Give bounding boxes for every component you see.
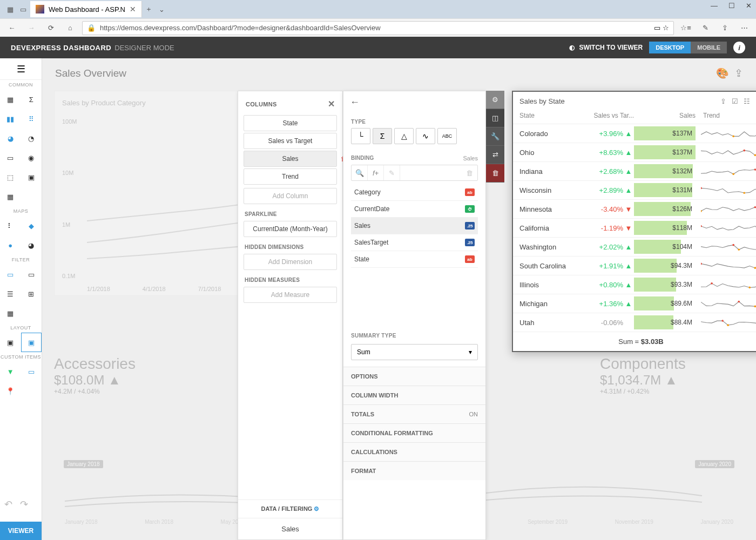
table-row[interactable]: Washington +2.02% ▲ $104M bbox=[513, 238, 756, 256]
data-filtering[interactable]: DATA / FILTERING ⚙ bbox=[238, 500, 342, 518]
table-row[interactable]: California -1.19% ▼ $118M bbox=[513, 219, 756, 238]
type-delta[interactable]: △ bbox=[394, 128, 414, 144]
viewer-button[interactable]: VIEWER bbox=[0, 522, 42, 540]
palette-icon[interactable]: 🎨 bbox=[716, 67, 729, 79]
table-row[interactable]: South Carolina +1.91% ▲ $94.3M bbox=[513, 256, 756, 275]
switch-viewer[interactable]: ◐ SWITCH TO VIEWER bbox=[569, 44, 643, 51]
type-measure[interactable]: Σ bbox=[373, 128, 392, 144]
date-icon[interactable]: ▦ bbox=[0, 303, 21, 323]
pivot-icon[interactable]: Σ bbox=[21, 90, 42, 109]
column-sales[interactable]: Sales🗑 bbox=[244, 151, 337, 167]
range-icon[interactable]: ▭ bbox=[0, 265, 21, 284]
strip-delete-icon[interactable]: 🗑 bbox=[486, 164, 504, 183]
type-sparkline[interactable]: ∿ bbox=[416, 128, 435, 144]
forward-button[interactable]: → bbox=[24, 21, 39, 36]
bound-image-icon[interactable]: ▦ bbox=[0, 187, 21, 206]
type-dimension[interactable]: └ bbox=[351, 128, 370, 144]
section-column-width[interactable]: COLUMN WIDTH bbox=[343, 386, 485, 404]
table-row[interactable]: Michigan +1.36% ▲ $89.6M bbox=[513, 294, 756, 313]
notes-icon[interactable]: ✎ bbox=[698, 21, 713, 36]
table-row[interactable]: Colorado +3.96% ▲ $137M bbox=[513, 124, 756, 143]
recent-tabs-icon[interactable]: ▦ bbox=[4, 3, 16, 15]
table-row[interactable]: Indiana +2.68% ▲ $132M bbox=[513, 162, 756, 181]
browser-tab[interactable]: Web Dashboard - ASP.N ✕ bbox=[30, 1, 142, 17]
add-column[interactable]: Add Column bbox=[244, 188, 337, 204]
favorites-list-icon[interactable]: ☆≡ bbox=[678, 21, 693, 36]
field-search[interactable]: 🔍 f+ ✎ 🗑 bbox=[351, 165, 478, 181]
tree-icon[interactable]: ⊞ bbox=[21, 284, 42, 303]
section-conditional-formatting[interactable]: CONDITIONAL FORMATTING bbox=[343, 423, 485, 442]
table-row[interactable]: Wisconsin +2.89% ▲ $131M bbox=[513, 181, 756, 200]
new-tab-icon[interactable]: ＋ bbox=[143, 3, 155, 15]
address-bar[interactable]: 🔒 https://demos.devexpress.com/Dashboard… bbox=[82, 21, 674, 35]
tab-preview-icon[interactable]: ▭ bbox=[17, 3, 29, 15]
table-row[interactable]: Ohio +8.63% ▲ $137M bbox=[513, 143, 756, 162]
scatter-icon[interactable]: ⠿ bbox=[21, 109, 42, 129]
summary-select[interactable]: Sum▾ bbox=[351, 344, 478, 360]
geopoint-icon[interactable]: ◆ bbox=[21, 216, 42, 235]
table-row[interactable]: Minnesota -3.40% ▼ $126M bbox=[513, 200, 756, 219]
field-sales[interactable]: Sales.25 bbox=[351, 218, 478, 234]
tab-container-icon[interactable]: ▣ bbox=[21, 333, 42, 352]
column-trend[interactable]: Trend bbox=[244, 168, 337, 185]
close-icon[interactable]: ✕ bbox=[746, 2, 752, 10]
column-sales-vs-target[interactable]: Sales vs Target bbox=[244, 133, 337, 149]
card-icon[interactable]: ▭ bbox=[0, 148, 21, 167]
section-options[interactable]: OPTIONS bbox=[343, 367, 485, 386]
bubble-map-icon[interactable]: ● bbox=[0, 235, 21, 255]
image-icon[interactable]: ▣ bbox=[21, 167, 42, 187]
maximize-icon[interactable]: ☐ bbox=[728, 2, 735, 10]
close-icon[interactable]: ✕ bbox=[328, 99, 335, 109]
funnel-icon[interactable]: ▼ bbox=[0, 362, 21, 381]
hamburger-icon[interactable]: ☰ bbox=[0, 58, 42, 80]
section-format[interactable]: FORMAT bbox=[343, 461, 485, 480]
section-totals[interactable]: TOTALSON bbox=[343, 404, 485, 423]
share-icon[interactable]: ⇪ bbox=[717, 21, 732, 36]
grid-item-icon[interactable]: ▦ bbox=[0, 90, 21, 109]
reading-view-icon[interactable]: ▭ bbox=[654, 24, 660, 32]
sparkline-field[interactable]: CurrentDate (Month-Year) bbox=[244, 221, 337, 237]
undo-icon[interactable]: ↶ bbox=[4, 498, 12, 510]
add-measure[interactable]: Add Measure bbox=[244, 287, 337, 303]
panel-footer-label[interactable]: Sales bbox=[238, 518, 342, 539]
section-calculations[interactable]: CALCULATIONS bbox=[343, 442, 485, 461]
gauge-icon[interactable]: ◔ bbox=[21, 129, 42, 148]
mobile-mode[interactable]: MOBILE bbox=[691, 42, 727, 53]
field-state[interactable]: Stateab bbox=[351, 251, 478, 268]
strip-wrench-icon[interactable]: 🔧 bbox=[486, 127, 504, 146]
choropleth-icon[interactable]: ⠇ bbox=[0, 216, 21, 235]
strip-gear-icon[interactable]: ⚙ bbox=[486, 91, 504, 109]
back-icon[interactable]: ← bbox=[350, 97, 360, 107]
field-category[interactable]: Categoryab bbox=[351, 184, 478, 201]
field-salestarget[interactable]: SalesTarget.25 bbox=[351, 234, 478, 251]
treemap-icon[interactable]: ◉ bbox=[21, 148, 42, 167]
export-icon[interactable]: ⇪ bbox=[734, 67, 743, 79]
favorite-icon[interactable]: ☆ bbox=[663, 24, 669, 32]
add-dimension[interactable]: Add Dimension bbox=[244, 254, 337, 270]
type-hyperlink[interactable]: ABC bbox=[437, 128, 457, 144]
pie-icon[interactable]: ◕ bbox=[0, 129, 21, 148]
list-icon[interactable]: ☰ bbox=[0, 284, 21, 303]
desktop-mode[interactable]: DESKTOP bbox=[649, 42, 691, 53]
group-icon[interactable]: ▣ bbox=[0, 333, 21, 352]
pin-icon[interactable]: 📍 bbox=[0, 381, 21, 401]
table-row[interactable]: Utah -0.06% $88.4M bbox=[513, 313, 756, 332]
tab-close-icon[interactable]: ✕ bbox=[130, 5, 136, 14]
home-button[interactable]: ⌂ bbox=[63, 21, 78, 36]
multiselect-icon[interactable]: ☑ bbox=[732, 97, 738, 105]
combo-icon[interactable]: ▭ bbox=[21, 265, 42, 284]
column-state[interactable]: State bbox=[244, 115, 337, 131]
table-row[interactable]: Illinois +0.80% ▲ $93.3M bbox=[513, 275, 756, 294]
refresh-button[interactable]: ⟳ bbox=[43, 21, 58, 36]
text-icon[interactable]: ⬚ bbox=[0, 167, 21, 187]
minimize-icon[interactable]: — bbox=[711, 2, 718, 10]
back-button[interactable]: ← bbox=[4, 21, 19, 36]
field-currentdate[interactable]: CurrentDate⏱ bbox=[351, 201, 478, 218]
pie-map-icon[interactable]: ◕ bbox=[21, 235, 42, 255]
export-icon[interactable]: ⇪ bbox=[720, 97, 726, 105]
info-button[interactable]: i bbox=[733, 42, 745, 53]
more-icon[interactable]: ⋯ bbox=[737, 21, 752, 36]
filter-icon[interactable]: ☷ bbox=[744, 97, 750, 105]
strip-convert-icon[interactable]: ⇄ bbox=[486, 146, 504, 164]
chart-icon[interactable]: ▮▮ bbox=[0, 109, 21, 129]
